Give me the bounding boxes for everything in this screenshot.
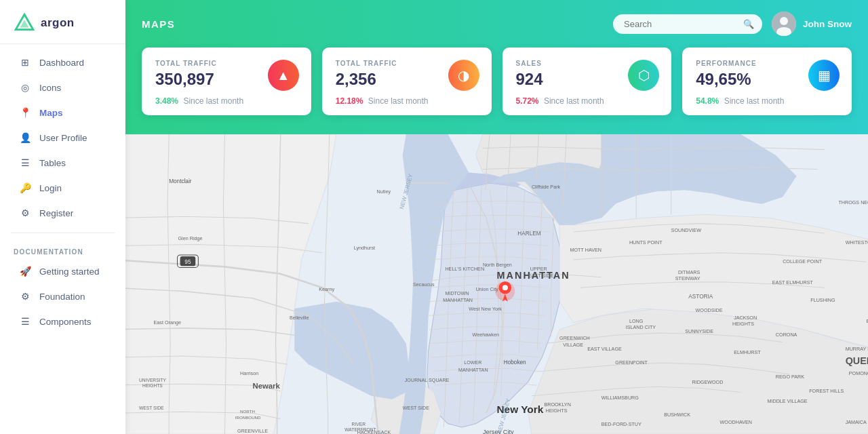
components-doc-icon: ☰ xyxy=(19,315,31,328)
svg-text:ELMHURST: ELMHURST xyxy=(734,349,761,355)
svg-text:MURRAY HILL: MURRAY HILL xyxy=(846,346,868,352)
svg-text:BED-FORD-STUY: BED-FORD-STUY xyxy=(601,421,642,427)
svg-text:West New York: West New York xyxy=(469,306,502,312)
dashboard-nav-label: Dashboard xyxy=(39,58,84,68)
svg-text:North Bergen: North Bergen xyxy=(483,262,512,268)
header: MAPS 🔍 John Snow xyxy=(125,0,868,47)
foundation-doc-label: Foundation xyxy=(39,292,85,302)
svg-text:CORONA: CORONA xyxy=(776,332,797,338)
svg-text:WEST SIDE: WEST SIDE xyxy=(403,405,430,411)
stat-icon-total-traffic-2: ◑ xyxy=(448,60,479,91)
svg-text:EAST VILLAGE: EAST VILLAGE xyxy=(587,346,622,352)
stat-change-total-traffic-2: 12.18% Since last month xyxy=(336,96,478,106)
svg-text:Harrison: Harrison xyxy=(240,370,258,376)
svg-text:EAST SIDE: EAST SIDE xyxy=(528,273,554,279)
sidebar-item-register[interactable]: ⚙ Register xyxy=(5,201,120,225)
doc-item-components[interactable]: ☰ Components xyxy=(5,309,120,334)
svg-text:POMONOK: POMONOK xyxy=(849,370,868,376)
svg-text:Lyndhurst: Lyndhurst xyxy=(354,244,375,250)
svg-text:Union City: Union City xyxy=(476,286,499,292)
user-area[interactable]: John Snow xyxy=(772,12,852,36)
stat-change-value-total-traffic-1: 3.48% xyxy=(155,96,178,106)
svg-text:Montclair: Montclair xyxy=(169,178,192,184)
stat-change-label-sales: Since last month xyxy=(544,96,604,106)
svg-text:JOURNAL SQUARE: JOURNAL SQUARE xyxy=(405,377,450,383)
login-nav-icon: 🔑 xyxy=(19,182,31,194)
stat-card-total-traffic-1: TOTAL TRAFFIC 350,897 ▲ 3.48% Since last… xyxy=(142,47,311,115)
svg-text:DITMARS: DITMARS xyxy=(678,269,701,275)
login-nav-label: Login xyxy=(39,183,62,193)
foundation-doc-icon: ⚙ xyxy=(19,290,31,302)
stat-change-value-performance: 54.8% xyxy=(696,96,719,106)
header-right: 🔍 John Snow xyxy=(613,12,852,36)
svg-text:GREENWICH: GREENWICH xyxy=(559,335,590,341)
stat-icon-total-traffic-1: ▲ xyxy=(268,60,299,91)
components-doc-label: Components xyxy=(39,317,92,327)
svg-text:SUNNYSIDE: SUNNYSIDE xyxy=(685,328,713,334)
svg-text:HARLEM: HARLEM xyxy=(517,231,540,237)
sidebar: argon ⊞ Dashboard ◎ Icons 📍 Maps 👤 User … xyxy=(0,0,125,434)
svg-text:WOODSIDE: WOODSIDE xyxy=(696,307,723,313)
stat-change-performance: 54.8% Since last month xyxy=(696,96,838,106)
svg-text:BROOKLYN: BROOKLYN xyxy=(544,401,570,408)
svg-text:BUSHWICK: BUSHWICK xyxy=(664,412,690,418)
svg-text:ISLAND CITY: ISLAND CITY xyxy=(626,324,656,330)
svg-text:Hoboken: Hoboken xyxy=(504,359,526,366)
doc-item-getting-started[interactable]: 🚀 Getting started xyxy=(5,259,120,283)
svg-text:REGO PARK: REGO PARK xyxy=(776,374,804,380)
logo-area: argon xyxy=(0,0,125,44)
svg-text:THROGS NECK: THROGS NECK xyxy=(838,199,868,205)
sidebar-item-maps[interactable]: 📍 Maps xyxy=(5,100,120,125)
stat-icon-sales: ⬡ xyxy=(628,60,659,91)
register-nav-icon: ⚙ xyxy=(19,207,31,219)
sidebar-item-user-profile[interactable]: 👤 User Profile xyxy=(5,125,120,150)
stat-change-value-sales: 5.72% xyxy=(516,96,539,106)
svg-text:GREENVILLE: GREENVILLE xyxy=(237,428,268,434)
svg-text:MIDDLE VILLAGE: MIDDLE VILLAGE xyxy=(768,398,808,404)
register-nav-label: Register xyxy=(39,208,73,218)
stat-change-total-traffic-1: 3.48% Since last month xyxy=(155,96,298,106)
map-container[interactable]: MANHATTAN HELL'S KITCHEN MIDTOWN MANHATT… xyxy=(125,134,868,434)
nav-divider xyxy=(11,233,115,233)
svg-text:RIDGEWOOD: RIDGEWOOD xyxy=(692,379,723,385)
svg-text:Cliffside Park: Cliffside Park xyxy=(532,184,561,190)
svg-text:UNIVERSITY: UNIVERSITY xyxy=(139,378,167,382)
svg-text:RIVER: RIVER xyxy=(352,422,366,427)
svg-text:GREENPOINT: GREENPOINT xyxy=(615,359,648,366)
sidebar-item-tables[interactable]: ☰ Tables xyxy=(5,151,120,175)
stat-change-value-total-traffic-2: 12.18% xyxy=(336,96,363,106)
doc-item-foundation[interactable]: ⚙ Foundation xyxy=(5,284,120,309)
svg-text:Glen Ridge: Glen Ridge xyxy=(178,235,203,241)
svg-text:MIDTOWN: MIDTOWN xyxy=(445,290,469,296)
svg-text:EAST ELMHURST: EAST ELMHURST xyxy=(772,279,814,285)
svg-text:HEIGHTS: HEIGHTS xyxy=(142,383,163,388)
user-profile-nav-icon: 👤 xyxy=(19,132,31,144)
maps-nav-label: Maps xyxy=(39,108,63,118)
svg-text:HELL'S KITCHEN: HELL'S KITCHEN xyxy=(445,265,484,271)
stat-change-label-performance: Since last month xyxy=(724,96,785,106)
svg-text:VILLAGE: VILLAGE xyxy=(563,341,583,347)
getting-started-doc-icon: 🚀 xyxy=(19,265,31,277)
icons-nav-icon: ◎ xyxy=(19,81,31,94)
sidebar-item-dashboard[interactable]: ⊞ Dashboard xyxy=(5,50,120,75)
svg-text:MOTT HAVEN: MOTT HAVEN xyxy=(570,247,601,253)
doc-nav: 🚀 Getting started ⚙ Foundation ☰ Compone… xyxy=(0,258,125,334)
svg-text:COLLEGE POINT: COLLEGE POINT xyxy=(783,258,823,264)
sidebar-item-login[interactable]: 🔑 Login xyxy=(5,176,120,200)
svg-point-89 xyxy=(502,285,508,290)
search-input[interactable] xyxy=(624,19,738,29)
svg-text:LOWER: LOWER xyxy=(464,359,481,366)
main-content: MAPS 🔍 John Snow TOTAL TRAFFI xyxy=(125,0,868,434)
svg-text:JAMAICA: JAMAICA xyxy=(846,419,867,425)
stats-area: TOTAL TRAFFIC 350,897 ▲ 3.48% Since last… xyxy=(125,47,868,134)
main-nav: ⊞ Dashboard ◎ Icons 📍 Maps 👤 User Profil… xyxy=(0,50,125,226)
maps-nav-icon: 📍 xyxy=(19,106,31,119)
svg-text:Kearny: Kearny xyxy=(319,286,334,292)
map-area[interactable]: MANHATTAN HELL'S KITCHEN MIDTOWN MANHATT… xyxy=(125,134,868,434)
svg-text:MANHATTAN: MANHATTAN xyxy=(458,366,488,372)
sidebar-item-icons[interactable]: ◎ Icons xyxy=(5,75,120,100)
svg-text:WOODHAVEN: WOODHAVEN xyxy=(720,419,752,425)
icons-nav-label: Icons xyxy=(39,83,61,93)
search-bar[interactable]: 🔍 xyxy=(613,14,762,34)
avatar-image xyxy=(772,12,796,36)
